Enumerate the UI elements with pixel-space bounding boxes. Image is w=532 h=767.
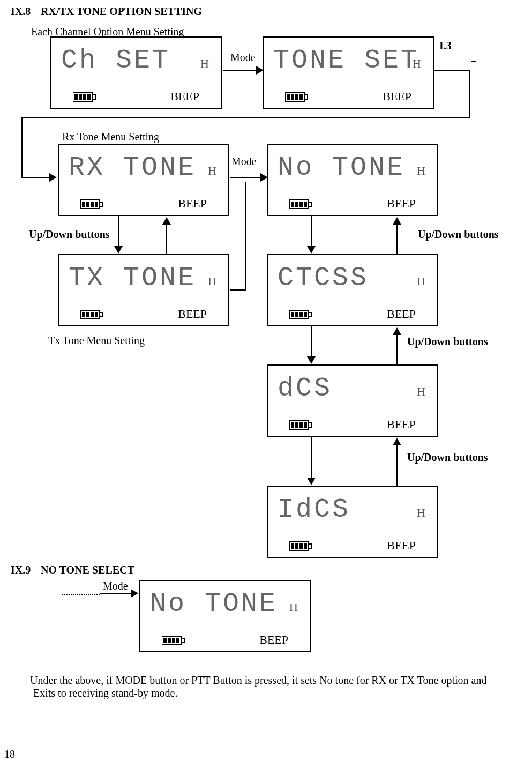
svg-rect-21 <box>295 202 298 207</box>
arrowhead-right-icon <box>49 173 57 182</box>
label-updown-right-3: Up/Down buttons <box>407 451 488 464</box>
lcd-h: H <box>417 274 425 288</box>
svg-rect-44 <box>291 543 294 549</box>
svg-rect-27 <box>86 312 89 317</box>
arrowhead-right-icon <box>256 66 264 75</box>
arrow-line <box>100 593 131 594</box>
label-mode-1: Mode <box>230 51 256 64</box>
svg-rect-14 <box>82 202 85 207</box>
lcd-beep: BEEP <box>387 197 416 211</box>
svg-rect-17 <box>95 202 98 207</box>
svg-rect-15 <box>86 202 89 207</box>
arrowhead-down-icon <box>307 478 316 485</box>
svg-rect-45 <box>295 543 298 549</box>
arrowhead-right-icon <box>260 173 268 182</box>
lcd-text: dCS <box>278 373 332 404</box>
arrow-line <box>230 177 260 178</box>
arrow-line <box>434 70 470 71</box>
battery-icon <box>289 541 313 552</box>
battery-icon <box>73 92 96 102</box>
label-rx-tone-menu: Rx Tone Menu Setting <box>62 131 159 143</box>
label-updown-right-2: Up/Down buttons <box>407 336 488 348</box>
svg-rect-35 <box>304 312 307 317</box>
svg-rect-20 <box>291 202 294 207</box>
battery-icon <box>289 309 313 320</box>
svg-rect-47 <box>304 543 307 549</box>
lcd-h: H <box>200 57 209 71</box>
lcd-beep: BEEP <box>387 539 416 553</box>
arrow-line <box>311 216 312 247</box>
svg-rect-29 <box>95 312 98 317</box>
arrow-line <box>469 70 470 118</box>
lcd-h: H <box>413 57 421 71</box>
svg-rect-31 <box>309 312 312 317</box>
svg-rect-10 <box>295 94 298 100</box>
lcd-no-tone-2: No TONE H BEEP <box>139 580 311 652</box>
arrow-line <box>396 224 398 255</box>
svg-rect-39 <box>295 422 298 428</box>
section-title-ix8: RX/TX TONE OPTION SETTING <box>41 5 202 18</box>
svg-rect-37 <box>309 423 312 427</box>
lcd-h: H <box>208 274 216 288</box>
body-text-line1: Under the above, if MODE button or PTT B… <box>30 674 512 687</box>
arrow-line <box>311 326 312 358</box>
svg-rect-3 <box>79 94 82 100</box>
section-number-ix9: IX.9 <box>11 564 31 576</box>
arrow-line <box>223 70 256 71</box>
svg-rect-1 <box>92 95 95 99</box>
lcd-beep: BEEP <box>178 197 207 211</box>
label-tx-tone-menu: Tx Tone Menu Setting <box>48 334 145 347</box>
lcd-text: CTCSS <box>278 263 369 293</box>
dotted-line <box>62 594 100 595</box>
arrow-line <box>230 289 246 291</box>
lcd-rx-tone: RX TONE H BEEP <box>58 144 229 216</box>
svg-rect-7 <box>304 95 308 99</box>
lcd-text: IdCS <box>278 494 350 525</box>
lcd-beep: BEEP <box>170 90 199 103</box>
arrow-line <box>396 444 398 486</box>
lcd-no-tone: No TONE H BEEP <box>267 144 438 216</box>
arrowhead-up-icon <box>393 217 401 225</box>
tick <box>471 61 476 62</box>
label-i3: I.3 <box>439 40 452 52</box>
svg-rect-9 <box>291 94 294 100</box>
lcd-text: Ch SET <box>61 45 170 76</box>
svg-rect-32 <box>291 312 294 317</box>
lcd-text: No TONE <box>278 152 405 183</box>
lcd-text: RX TONE <box>69 152 196 183</box>
arrowhead-up-icon <box>393 327 401 335</box>
lcd-text: TX TONE <box>69 263 196 293</box>
svg-rect-23 <box>304 202 307 207</box>
lcd-h: H <box>208 164 216 178</box>
lcd-beep: BEEP <box>387 307 416 321</box>
svg-rect-2 <box>74 94 78 100</box>
page-number: 18 <box>4 748 15 761</box>
lcd-beep: BEEP <box>178 307 207 321</box>
svg-rect-41 <box>304 422 307 428</box>
svg-rect-38 <box>291 422 294 428</box>
svg-rect-49 <box>181 638 184 643</box>
svg-rect-46 <box>299 543 303 549</box>
lcd-h: H <box>289 600 298 614</box>
arrowhead-down-icon <box>307 246 316 254</box>
battery-icon <box>289 420 313 430</box>
lcd-ctcss: CTCSS H BEEP <box>267 254 438 326</box>
svg-rect-34 <box>299 312 303 317</box>
page: IX.8 RX/TX TONE OPTION SETTING Each Chan… <box>0 0 532 767</box>
arrow-line <box>21 117 23 177</box>
lcd-ch-set: Ch SET H BEEP <box>50 36 222 109</box>
lcd-text: TONE SET <box>273 45 419 76</box>
section-title-ix9: NO TONE SELECT <box>41 564 134 576</box>
svg-rect-25 <box>100 312 103 317</box>
section-number-ix8: IX.8 <box>11 5 31 18</box>
svg-rect-11 <box>299 94 303 100</box>
svg-rect-8 <box>287 94 290 100</box>
svg-rect-26 <box>82 312 85 317</box>
arrowhead-down-icon <box>114 246 123 254</box>
label-updown-right-1: Up/Down buttons <box>418 228 499 241</box>
arrow-line <box>21 117 470 118</box>
arrow-line <box>166 224 167 255</box>
lcd-dcs: dCS H BEEP <box>267 364 438 437</box>
battery-icon <box>80 199 104 210</box>
lcd-beep: BEEP <box>383 90 411 103</box>
